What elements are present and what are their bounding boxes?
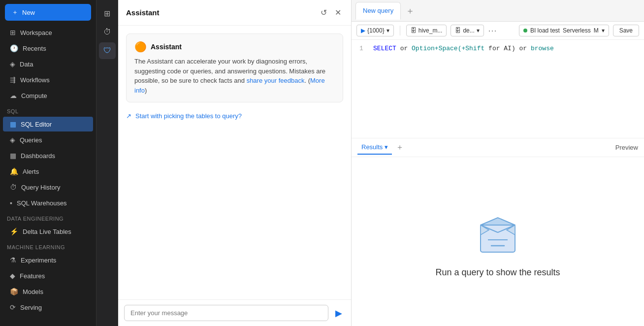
- tab-add-button[interactable]: ＋: [403, 4, 418, 18]
- serving-label: Serving: [20, 304, 42, 311]
- icon-panel: ⊞ ⏱ 🛡: [97, 0, 118, 326]
- more-icon: ⋯: [488, 26, 497, 35]
- models-label: Models: [23, 288, 43, 295]
- assistant-header: Assistant ↺ ✕: [118, 0, 351, 26]
- assistant-close-btn[interactable]: ✕: [333, 7, 343, 18]
- editor-browse-kw: browse: [531, 45, 554, 52]
- empty-state-text: Run a query to show the results: [435, 267, 560, 278]
- tab-new-query-label: New query: [363, 7, 393, 14]
- compute-item[interactable]: ☁ Compute: [3, 88, 93, 103]
- compute-icon: ☁: [10, 92, 17, 99]
- dashboards-icon: ▦: [10, 152, 16, 160]
- data-engineering-section-label: Data Engineering: [0, 211, 96, 224]
- data-item[interactable]: ◈ Data: [3, 57, 93, 71]
- shield-panel-btn[interactable]: 🛡: [99, 42, 116, 59]
- catalog-selector[interactable]: 🗄 hive_m...: [406, 25, 447, 36]
- editor-line-1: 1 SELECT or Option+Space(+Shift for AI) …: [359, 45, 636, 52]
- experiments-item[interactable]: ⚗ Experiments: [3, 253, 93, 267]
- editor-toolbar: ▶ {1000} ▾ 🗄 hive_m... 🗄 de... ▾ ⋯ BI lo…: [352, 22, 644, 40]
- assistant-suggestion[interactable]: ↗ Start with picking the tables to query…: [126, 108, 343, 124]
- ml-section-label: Machine Learning: [0, 239, 96, 252]
- assistant-send-button[interactable]: ▶: [332, 306, 345, 321]
- assistant-message-text: The Assistant can accelerate your work b…: [134, 57, 335, 95]
- schema-dropdown-icon: ▾: [477, 27, 480, 34]
- compute-label: Compute: [21, 92, 47, 99]
- delta-live-tables-label: Delta Live Tables: [23, 228, 71, 235]
- svg-marker-1: [481, 218, 515, 225]
- assistant-message-input[interactable]: [124, 305, 328, 321]
- recents-item[interactable]: 🕐 Recents: [3, 41, 93, 56]
- assistant-message-header: 🟠 Assistant: [134, 41, 335, 53]
- workspace-item[interactable]: ⊞ Workspace: [3, 25, 93, 40]
- catalog-db-icon: 🗄: [411, 27, 417, 34]
- assistant-input-area: ▶: [118, 299, 351, 326]
- code-editor[interactable]: 1 SELECT or Option+Space(+Shift for AI) …: [352, 40, 644, 138]
- grid-panel-btn[interactable]: ⊞: [99, 5, 116, 22]
- serving-item[interactable]: ⟳ Serving: [3, 300, 93, 315]
- experiments-icon: ⚗: [10, 256, 16, 264]
- save-button[interactable]: Save: [613, 25, 639, 36]
- toolbar-separator-1: [400, 26, 400, 35]
- sql-warehouses-item[interactable]: ▪ SQL Warehouses: [3, 196, 93, 210]
- cluster-status-indicator: BI load test Serverless M ▾: [519, 25, 609, 36]
- data-icon: ◈: [10, 60, 15, 68]
- workflows-item[interactable]: ⇶ Workflows: [3, 72, 93, 87]
- alerts-label: Alerts: [23, 168, 39, 175]
- results-tab[interactable]: Results ▾: [357, 140, 392, 155]
- dashboards-item[interactable]: ▦ Dashboards: [3, 148, 93, 163]
- query-history-item[interactable]: ⏱ Query History: [3, 180, 93, 195]
- run-limit-label: {1000}: [367, 27, 385, 34]
- toolbar-more-button[interactable]: ⋯: [488, 25, 497, 36]
- delta-live-tables-item[interactable]: ⚡ Delta Live Tables: [3, 224, 93, 239]
- queries-label: Queries: [20, 136, 42, 144]
- sql-editor-item[interactable]: ▦ SQL Editor: [3, 117, 93, 131]
- assistant-feedback-link[interactable]: share your feedback: [247, 77, 305, 84]
- new-button[interactable]: ＋ New: [5, 4, 91, 21]
- results-tab-dropdown-icon: ▾: [385, 143, 388, 151]
- results-preview-button[interactable]: Preview: [615, 144, 638, 151]
- features-icon: ◆: [10, 272, 15, 280]
- catalog-label: hive_m...: [419, 27, 443, 34]
- assistant-header-actions: ↺ ✕: [319, 7, 343, 18]
- assistant-panel: Assistant ↺ ✕ 🟠 Assistant The Assistant …: [118, 0, 352, 326]
- history-panel-btn[interactable]: ⏱: [99, 24, 116, 40]
- sql-warehouses-icon: ▪: [10, 199, 12, 207]
- assistant-message-name: Assistant: [151, 43, 182, 51]
- run-button[interactable]: ▶ {1000} ▾: [356, 25, 394, 36]
- cluster-status-dot: [523, 29, 527, 33]
- tab-new-query[interactable]: New query: [355, 2, 401, 20]
- results-content: Run a query to show the results: [352, 157, 644, 326]
- editor-option-hint: Option+Space(+Shift: [412, 45, 484, 52]
- query-history-label: Query History: [21, 184, 60, 191]
- sql-editor-label: SQL Editor: [21, 121, 52, 128]
- features-label: Features: [20, 272, 45, 280]
- editor-or2: or: [519, 45, 527, 52]
- assistant-body: 🟠 Assistant The Assistant can accelerate…: [118, 26, 351, 299]
- results-tab-bar: Results ▾ ＋ Preview: [352, 138, 644, 157]
- plus-icon: ＋: [12, 8, 18, 17]
- models-icon: 📦: [10, 288, 18, 295]
- suggestion-icon: ↗: [126, 112, 131, 120]
- dashboards-label: Dashboards: [21, 152, 55, 160]
- cluster-type: Serverless: [563, 27, 591, 34]
- queries-item[interactable]: ◈ Queries: [3, 132, 93, 147]
- experiments-label: Experiments: [21, 257, 56, 264]
- results-tab-add-button[interactable]: ＋: [396, 142, 404, 153]
- assistant-refresh-btn[interactable]: ↺: [319, 7, 329, 18]
- editor-content-1: SELECT or Option+Space(+Shift for AI) or…: [373, 45, 554, 52]
- alerts-icon: 🔔: [10, 167, 18, 175]
- alerts-item[interactable]: 🔔 Alerts: [3, 164, 93, 179]
- results-area: Results ▾ ＋ Preview: [352, 138, 644, 326]
- schema-selector[interactable]: 🗄 de... ▾: [451, 25, 483, 36]
- empty-state-illustration: [471, 205, 525, 260]
- models-item[interactable]: 📦 Models: [3, 284, 93, 299]
- run-play-icon: ▶: [361, 27, 365, 34]
- recents-icon: 🕐: [10, 44, 18, 52]
- new-button-label: New: [22, 9, 35, 16]
- features-item[interactable]: ◆ Features: [3, 268, 93, 283]
- recents-label: Recents: [23, 45, 46, 52]
- query-history-icon: ⏱: [10, 183, 17, 191]
- cluster-dropdown-icon: ▾: [602, 27, 605, 34]
- cluster-name: BI load test: [530, 27, 560, 34]
- line-number-1: 1: [359, 45, 367, 52]
